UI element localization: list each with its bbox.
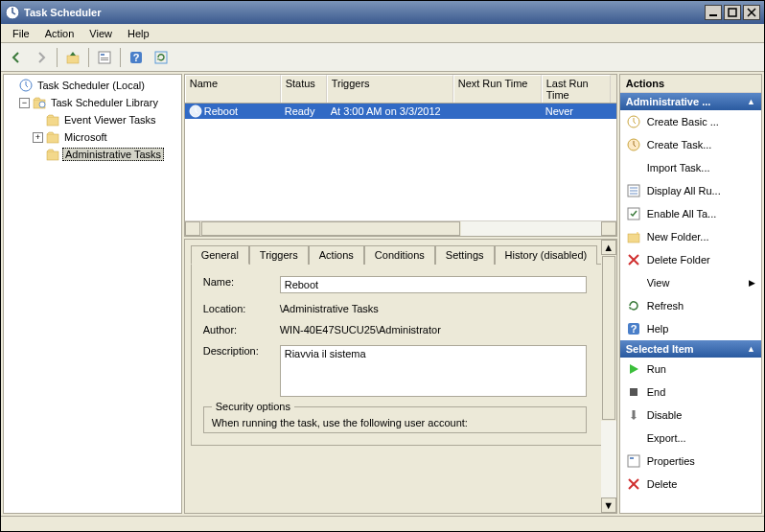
action-refresh[interactable]: Refresh xyxy=(620,294,761,317)
import-icon xyxy=(626,160,641,175)
task-next-cell xyxy=(453,104,542,119)
task-details-panel: General Triggers Actions Conditions Sett… xyxy=(184,239,617,514)
back-button[interactable] xyxy=(5,46,28,69)
svg-rect-4 xyxy=(101,54,104,56)
tree-library[interactable]: − Task Scheduler Library xyxy=(6,94,179,111)
svg-rect-2 xyxy=(67,56,79,63)
security-text: When running the task, use the following… xyxy=(212,417,578,428)
properties-icon xyxy=(626,453,641,469)
task-description-input[interactable]: Riavvia il sistema xyxy=(280,345,587,397)
refresh-button[interactable] xyxy=(150,46,173,69)
tree-administrative-tasks[interactable]: Administrative Tasks xyxy=(6,146,179,163)
title-bar: Task Scheduler xyxy=(1,1,764,24)
svg-rect-5 xyxy=(101,58,108,58)
task-row[interactable]: Reboot Ready At 3:00 AM on 3/3/2012 Neve… xyxy=(185,104,616,119)
svg-rect-15 xyxy=(47,151,58,160)
action-new-folder[interactable]: New Folder... xyxy=(620,225,761,248)
task-clock-icon xyxy=(189,104,202,118)
view-icon xyxy=(626,275,641,290)
actions-section-admin[interactable]: Administrative ...▲ xyxy=(620,93,761,110)
action-import-task[interactable]: Import Task... xyxy=(620,156,761,179)
menu-file[interactable]: File xyxy=(5,26,37,41)
tab-triggers[interactable]: Triggers xyxy=(249,245,309,265)
action-enable-all[interactable]: Enable All Ta... xyxy=(620,202,761,225)
action-delete-folder[interactable]: Delete Folder xyxy=(620,248,761,271)
column-triggers[interactable]: Triggers xyxy=(327,75,453,103)
svg-rect-26 xyxy=(630,457,634,459)
tree-panel: Task Scheduler (Local) − Task Scheduler … xyxy=(3,74,182,514)
tree-event-viewer[interactable]: Event Viewer Tasks xyxy=(6,111,179,128)
export-icon xyxy=(626,430,641,446)
action-disable[interactable]: Disable xyxy=(620,404,761,427)
expand-icon[interactable]: + xyxy=(33,132,43,143)
maximize-button[interactable] xyxy=(724,5,741,20)
task-last-cell: Never xyxy=(542,104,611,119)
tab-general[interactable]: General xyxy=(191,245,249,265)
security-legend: Security options xyxy=(212,401,294,412)
folder-icon xyxy=(45,129,60,145)
action-run[interactable]: Run xyxy=(620,358,761,381)
close-button[interactable] xyxy=(743,5,760,20)
tab-settings[interactable]: Settings xyxy=(435,245,495,265)
task-list: Name Status Triggers Next Run Time Last … xyxy=(184,74,617,237)
svg-rect-25 xyxy=(628,455,639,467)
new-folder-icon xyxy=(626,229,641,244)
label-name: Name: xyxy=(203,276,280,288)
action-delete[interactable]: Delete xyxy=(620,473,761,496)
action-display-all[interactable]: Display All Ru... xyxy=(620,179,761,202)
action-properties[interactable]: Properties xyxy=(620,450,761,473)
menu-view[interactable]: View xyxy=(81,26,120,41)
menu-help[interactable]: Help xyxy=(120,26,157,41)
svg-rect-9 xyxy=(155,52,167,63)
column-last-run[interactable]: Last Run Time xyxy=(542,75,611,103)
svg-rect-1 xyxy=(729,9,736,16)
column-name[interactable]: Name xyxy=(185,75,281,103)
toolbar-separator xyxy=(57,48,58,67)
delete-icon xyxy=(626,252,641,267)
vertical-scrollbar[interactable]: ▲▼ xyxy=(601,240,616,513)
tree-root[interactable]: Task Scheduler (Local) xyxy=(6,77,179,94)
svg-rect-14 xyxy=(47,134,58,143)
task-name-input[interactable] xyxy=(280,276,587,293)
action-view[interactable]: View▶ xyxy=(620,271,761,294)
actions-title: Actions xyxy=(620,75,761,93)
minimize-button[interactable] xyxy=(705,5,722,20)
toolbar: ? xyxy=(1,43,764,72)
task-name-cell: Reboot xyxy=(204,105,238,117)
properties-button[interactable] xyxy=(93,46,116,69)
delete-icon xyxy=(626,476,641,492)
svg-text:?: ? xyxy=(630,323,637,335)
label-location: Location: xyxy=(203,303,280,314)
horizontal-scrollbar[interactable] xyxy=(185,220,616,236)
svg-rect-13 xyxy=(47,117,58,126)
collapse-icon[interactable]: − xyxy=(19,98,30,108)
action-help[interactable]: ?Help xyxy=(620,317,761,340)
tab-history[interactable]: History (disabled) xyxy=(495,245,598,265)
task-location-value: \Administrative Tasks xyxy=(280,303,587,314)
tree-microsoft[interactable]: + Microsoft xyxy=(6,128,179,146)
label-description: Description: xyxy=(203,345,280,357)
task-triggers-cell: At 3:00 AM on 3/3/2012 xyxy=(327,104,453,119)
column-next-run[interactable]: Next Run Time xyxy=(453,75,542,103)
help-button[interactable]: ? xyxy=(125,46,148,69)
tab-conditions[interactable]: Conditions xyxy=(364,245,435,265)
action-create-basic[interactable]: Create Basic ... xyxy=(620,110,761,133)
help-icon: ? xyxy=(626,321,641,336)
enable-icon xyxy=(626,206,641,221)
forward-button[interactable] xyxy=(30,46,53,69)
action-create-task[interactable]: Create Task... xyxy=(620,133,761,156)
action-end[interactable]: End xyxy=(620,381,761,404)
menu-bar: File Action View Help xyxy=(1,24,764,43)
task-status-cell: Ready xyxy=(281,104,327,119)
library-icon xyxy=(32,95,47,110)
tab-actions[interactable]: Actions xyxy=(309,245,364,265)
svg-rect-6 xyxy=(101,59,108,60)
toolbar-separator xyxy=(88,48,89,67)
menu-action[interactable]: Action xyxy=(37,26,82,41)
actions-section-selected[interactable]: Selected Item▲ xyxy=(620,340,761,358)
toolbar-separator xyxy=(120,48,121,67)
column-status[interactable]: Status xyxy=(281,75,327,103)
stop-icon xyxy=(626,384,641,400)
up-button[interactable] xyxy=(61,46,84,69)
action-export[interactable]: Export... xyxy=(620,427,761,450)
